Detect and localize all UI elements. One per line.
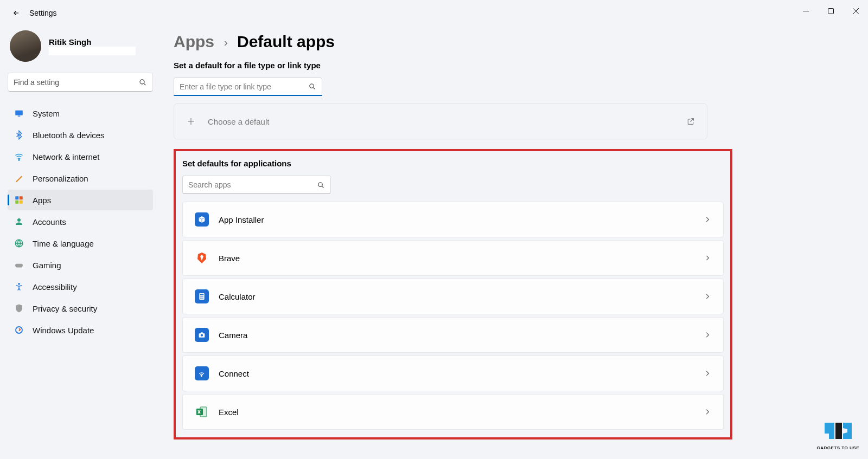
sidebar-item-personalization[interactable]: Personalization: [8, 168, 153, 189]
brave-icon: [195, 251, 209, 265]
chevron-right-icon: [704, 216, 711, 223]
chevron-right-icon: [222, 37, 229, 50]
sidebar-item-gaming[interactable]: Gaming: [8, 255, 153, 275]
svg-point-1: [140, 80, 144, 84]
sidebar-item-label: Privacy & security: [33, 304, 97, 313]
plus-icon: [186, 117, 196, 126]
app-label: Calculator: [219, 292, 256, 301]
sidebar-item-label: Accessibility: [33, 282, 77, 292]
open-external-icon: [686, 117, 695, 126]
app-row-brave[interactable]: Brave: [182, 240, 724, 276]
app-row-app-installer[interactable]: App Installer: [182, 202, 724, 237]
app-label: Camera: [219, 331, 247, 340]
app-row-connect[interactable]: Connect: [182, 355, 724, 391]
wifi-icon: [14, 152, 24, 161]
sidebar-item-bluetooth[interactable]: Bluetooth & devices: [8, 125, 153, 145]
svg-point-13: [318, 182, 323, 186]
watermark-logo-icon: [819, 417, 857, 444]
avatar: [10, 30, 41, 62]
calculator-icon: [195, 289, 209, 303]
bluetooth-icon: [14, 130, 24, 140]
section-title-apps: Set defaults for applications: [182, 159, 724, 168]
svg-point-19: [200, 298, 201, 299]
app-search-input[interactable]: [188, 180, 317, 189]
sidebar-item-label: Network & internet: [33, 152, 99, 161]
svg-point-18: [202, 296, 203, 298]
sidebar-item-label: Time & language: [33, 239, 94, 248]
svg-rect-3: [18, 116, 21, 117]
gamepad-icon: [14, 260, 24, 270]
search-icon: [317, 181, 325, 189]
filetype-search-input[interactable]: [180, 82, 308, 91]
svg-point-21: [202, 298, 203, 299]
svg-point-9: [17, 218, 21, 222]
sidebar-item-system[interactable]: System: [8, 103, 153, 124]
sidebar-item-label: Personalization: [33, 174, 88, 183]
app-label: App Installer: [219, 215, 264, 224]
watermark: GADGETS TO USE: [817, 417, 859, 450]
sidebar-item-label: Gaming: [33, 261, 61, 270]
profile-name: Ritik Singh: [49, 37, 136, 47]
svg-point-17: [201, 296, 202, 298]
update-icon: [14, 325, 24, 335]
svg-point-11: [18, 283, 20, 285]
chevron-right-icon: [704, 370, 711, 377]
app-row-calculator[interactable]: Calculator: [182, 279, 724, 314]
connect-icon: [195, 366, 209, 380]
sidebar-item-accessibility[interactable]: Accessibility: [8, 276, 153, 297]
maximize-button[interactable]: [818, 0, 843, 22]
chevron-right-icon: [704, 254, 711, 262]
sidebar-item-time-language[interactable]: Time & language: [8, 233, 153, 254]
close-button[interactable]: [843, 0, 868, 22]
sidebar-search[interactable]: [8, 73, 153, 92]
profile-block[interactable]: Ritik Singh: [8, 30, 153, 62]
watermark-text: GADGETS TO USE: [817, 445, 859, 450]
monitor-icon: [14, 108, 24, 118]
svg-rect-5: [15, 196, 18, 199]
chevron-right-icon: [704, 408, 711, 416]
highlight-annotation: Set defaults for applications App Instal…: [174, 149, 732, 439]
choose-default-row[interactable]: Choose a default: [174, 104, 707, 139]
brush-icon: [14, 173, 24, 183]
app-label: Connect: [219, 369, 249, 378]
svg-point-23: [201, 376, 202, 377]
app-row-camera[interactable]: Camera: [182, 317, 724, 353]
minimize-button[interactable]: [793, 0, 818, 22]
sidebar-item-label: Accounts: [33, 217, 66, 227]
svg-point-22: [201, 334, 203, 337]
profile-email: [49, 47, 136, 55]
back-button[interactable]: [8, 4, 25, 22]
window-title: Settings: [29, 9, 57, 17]
app-search[interactable]: [182, 176, 331, 194]
choose-default-label: Choose a default: [208, 117, 269, 126]
sidebar-item-windows-update[interactable]: Windows Update: [8, 320, 153, 340]
svg-rect-15: [200, 294, 204, 295]
chevron-right-icon: [704, 331, 711, 339]
app-list: App Installer Brave Calculator: [182, 202, 724, 430]
app-label: Excel: [219, 408, 239, 417]
svg-point-12: [310, 84, 314, 88]
nav-list: System Bluetooth & devices Network & int…: [8, 103, 153, 340]
sidebar-search-input[interactable]: [14, 78, 138, 87]
search-icon: [138, 78, 147, 87]
filetype-search[interactable]: [174, 77, 322, 96]
apps-icon: [14, 195, 24, 205]
svg-point-16: [200, 296, 201, 298]
app-row-excel[interactable]: Excel: [182, 394, 724, 430]
svg-rect-8: [20, 201, 23, 204]
svg-rect-6: [20, 196, 23, 199]
page-title: Default apps: [237, 33, 335, 51]
breadcrumb: Apps Default apps: [174, 33, 846, 51]
sidebar-item-privacy[interactable]: Privacy & security: [8, 298, 153, 319]
sidebar-item-label: Bluetooth & devices: [33, 131, 105, 140]
sidebar-item-network[interactable]: Network & internet: [8, 146, 153, 167]
section-title-filetype: Set a default for a file type or link ty…: [174, 61, 846, 70]
svg-rect-26: [835, 423, 842, 439]
sidebar-item-accounts[interactable]: Accounts: [8, 211, 153, 232]
breadcrumb-parent[interactable]: Apps: [174, 33, 214, 51]
excel-icon: [195, 405, 209, 419]
accessibility-icon: [14, 282, 24, 292]
svg-rect-0: [828, 8, 833, 14]
svg-point-20: [201, 298, 202, 299]
sidebar-item-apps[interactable]: Apps: [8, 190, 153, 210]
